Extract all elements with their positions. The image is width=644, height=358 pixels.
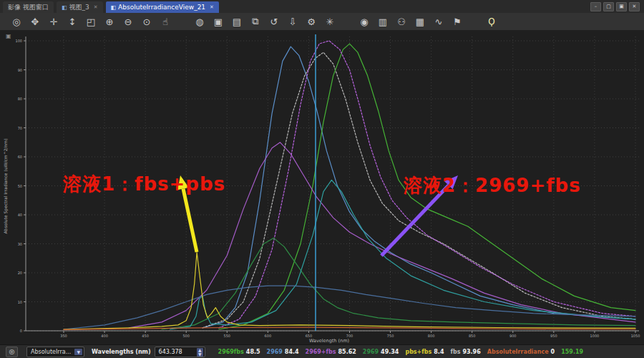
gallery-icon[interactable]: ▥ [374,14,392,29]
close-button[interactable]: ✕ [629,2,640,11]
x-tick-label: 350 [60,334,67,338]
legend-entry: 2969+fbs85.62 [306,349,356,355]
y-tick-label: 70 [18,126,22,130]
y-tick-label: 100 [15,39,22,43]
close-icon[interactable]: ✕ [210,4,214,10]
legend-trace-value: 85.62 [338,349,356,355]
zoom-in-icon[interactable]: ⊕ [100,14,119,29]
y-tick-label: 50 [18,184,22,188]
toolbar-group: ◎✥✛↕◰⊕⊖⊙☝ [7,14,175,29]
series-2969+fbs [129,142,635,328]
trace-select-value: AbsoluteIrra... [31,349,71,355]
annotation-solution-1: 溶液1：fbs+pbs [63,172,225,197]
x-tick-label: 900 [509,334,517,338]
legend-trace-value: 84.4 [285,349,299,355]
flag-icon[interactable]: ⚑ [448,14,467,29]
legend-trace-name: pbs+fbs [405,349,431,355]
toolbar-group: ◍▣▤⧉↺⇩⚙✳ [190,14,339,29]
x-tick-label: 450 [142,334,149,338]
peaks-icon[interactable]: ∿ [429,14,448,29]
legend-entry: 296949.34 [363,349,399,355]
person-icon[interactable]: ⚇ [392,14,411,29]
legend-entry: 2969fbs48.5 [218,349,260,355]
spinner-icon[interactable]: ▲▼ [197,348,203,357]
cursor-target-button[interactable]: ◎ [6,347,18,357]
window-controls: –▢▣✕ [590,0,644,13]
pan-icon[interactable]: ✥ [26,14,44,29]
app-window: 影像 视图窗口◧视图_3✕◧AbsoluteIrradianceView_21✕… [0,0,644,358]
annotation-solution-2: 溶液2：2969+fbs [404,173,581,198]
y-tick-label: 40 [18,213,22,217]
legend-entry: fbs93.96 [450,349,480,355]
arrow-solution-1 [183,189,197,252]
toolbar: ◎✥✛↕◰⊕⊖⊙☝◍▣▤⧉↺⇩⚙✳◉▥⚇▦∿⚑Ϙ [0,13,644,31]
legend-trace-value: 159.19 [561,349,583,355]
series-2969c [170,180,635,329]
tab-3[interactable]: ◧AbsoluteIrradianceView_21✕ [106,1,219,13]
y-tick-label: 10 [18,300,22,304]
restore-button[interactable]: ▢ [603,2,614,11]
wavelength-value: 643.378 [159,349,182,355]
minimize-button[interactable]: – [590,2,601,11]
snapshot-icon[interactable]: ◍ [190,14,209,29]
x-tick-label: 1000 [590,334,600,338]
zoom-cursor-icon[interactable]: ⊙ [137,14,156,29]
overview-icon[interactable]: ◉ [355,14,374,29]
tab-1[interactable]: 影像 视图窗口 [3,1,54,13]
globe-icon[interactable]: ✳ [321,14,339,29]
export-icon[interactable]: ⇩ [283,14,302,29]
legend-trace-value: 49.34 [381,349,399,355]
status-bar: ◎ AbsoluteIrra... ▼ Wavelengths (nm) 643… [0,344,644,358]
x-tick-label: 750 [387,334,394,338]
maximize-button[interactable]: ▣ [616,2,627,11]
legend-trace-name: 2969 [267,349,283,355]
y-tick-label: 60 [18,155,22,159]
toolbar-group: ◉▥⚇▦∿⚑ [355,14,467,29]
y-tick-label: 20 [18,271,22,275]
x-tick-label: 800 [428,334,435,338]
x-tick-label: 950 [550,334,557,338]
region-zoom-icon[interactable]: ◰ [82,14,100,29]
trace-select[interactable]: AbsoluteIrra... ▼ [26,347,84,357]
y-tick-label: 80 [18,97,22,101]
archive-icon[interactable]: ▤ [228,14,246,29]
camera-icon[interactable]: ▣ [209,14,228,29]
wavelength-input[interactable]: 643.378 ▲▼ [155,347,205,357]
y-tick-label: 0 [20,329,22,333]
legend-entry: 296984.4 [267,349,299,355]
legend-trace-value: 48.5 [246,349,260,355]
move-icon[interactable]: ✛ [44,14,63,29]
chart-file-icon: ◧ [111,4,117,11]
x-tick-label: 400 [101,334,108,338]
legend-entry: AbsoluteIrradiance0 [487,349,555,355]
trace-legend: 2969fbs48.5296984.42969+fbs85.62296949.3… [218,349,583,355]
settings-icon[interactable]: ⚙ [302,14,321,29]
x-tick-label: 850 [469,334,476,338]
hand-pointer-icon[interactable]: ☝ [156,14,175,29]
x-tick-label: 1050 [631,334,640,338]
x-tick-label: 600 [265,334,272,338]
x-axis-title: Wavelength (nm) [309,338,349,344]
y-tick-label: 90 [18,68,22,72]
close-icon[interactable]: ✕ [94,4,98,10]
undo-icon[interactable]: ↺ [265,14,283,29]
legend-entry: 159.19 [561,349,583,355]
legend-trace-value: 8.4 [434,349,444,355]
table-icon[interactable]: ▦ [411,14,429,29]
zoom-out-icon[interactable]: ⊖ [119,14,137,29]
series-2969b [162,238,635,329]
tab-bar: 影像 视图窗口◧视图_3✕◧AbsoluteIrradianceView_21✕… [0,0,644,14]
chart-area[interactable]: ▣ 35040045050055060065070075080085090095… [0,30,644,344]
vertical-zoom-icon[interactable]: ↕ [63,14,82,29]
lamp-icon[interactable]: Ϙ [482,14,501,29]
x-tick-label: 500 [182,334,190,338]
chevron-down-icon[interactable]: ▼ [74,349,82,355]
legend-trace-value: 0 [551,349,555,355]
tab-2[interactable]: ◧视图_3✕ [57,1,103,13]
legend-trace-name: 2969 [363,349,379,355]
fit-window-icon[interactable]: ◎ [7,14,26,29]
y-axis-title: Absolute Spectral Irradiance (uW/cm^2/nm… [3,138,9,233]
copy-icon[interactable]: ⧉ [246,14,265,29]
legend-entry: pbs+fbs8.4 [405,349,444,355]
legend-trace-name: 2969+fbs [306,349,336,355]
